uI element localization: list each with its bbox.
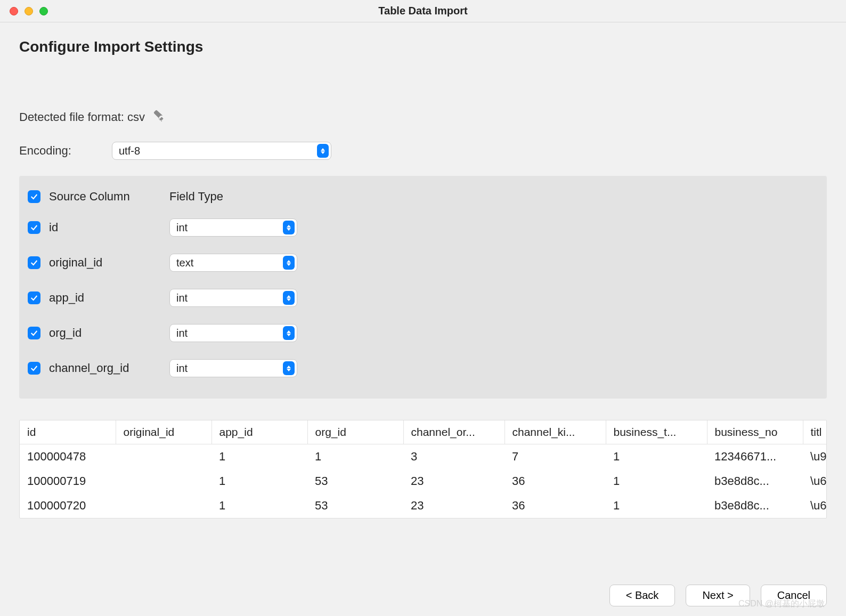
column-row: original_id text (26, 245, 820, 280)
field-type-header: Field Type (169, 190, 223, 204)
table-cell: 12346671... (707, 444, 803, 469)
encoding-row: Encoding: utf-8 (19, 142, 827, 160)
next-button[interactable]: Next > (686, 585, 750, 606)
table-cell: 53 (307, 493, 403, 518)
chevron-updown-icon (283, 291, 295, 305)
chevron-updown-icon (283, 221, 295, 234)
column-row: id int (26, 210, 820, 245)
content-area: Configure Import Settings Detected file … (0, 22, 846, 518)
column-checkbox[interactable] (28, 221, 40, 234)
column-row: org_id int (26, 315, 820, 351)
field-type-value: text (176, 257, 193, 269)
preview-column-header[interactable]: original_id (116, 420, 212, 444)
source-column-header: Source Column (49, 190, 161, 204)
titlebar: Table Data Import (0, 0, 846, 22)
source-column-name: app_id (49, 291, 161, 305)
encoding-label: Encoding: (19, 144, 83, 158)
table-cell: b3e8d8c... (707, 493, 803, 518)
preview-column-header[interactable]: channel_or... (403, 420, 505, 444)
field-type-value: int (176, 362, 188, 375)
table-row[interactable]: 10000071915323361b3e8d8c...\u6 (20, 469, 827, 493)
preview-column-header[interactable]: titl (803, 420, 827, 444)
preview-column-header[interactable]: business_no (707, 420, 803, 444)
table-row[interactable]: 1000004781137112346671...\u9 (20, 444, 827, 469)
table-cell (116, 444, 212, 469)
chevron-updown-icon (283, 256, 295, 270)
field-type-select[interactable]: int (169, 359, 297, 377)
detected-format-row: Detected file format: csv (19, 109, 827, 126)
preview-column-header[interactable]: app_id (212, 420, 307, 444)
preview-column-header[interactable]: business_t... (606, 420, 707, 444)
field-type-select[interactable]: int (169, 218, 297, 237)
columns-panel: Source Column Field Type id int original… (19, 176, 827, 399)
table-cell: 100000720 (20, 493, 116, 518)
column-checkbox[interactable] (28, 327, 40, 339)
page-title: Configure Import Settings (19, 38, 827, 55)
table-cell: 1 (212, 444, 307, 469)
wrench-icon[interactable] (152, 109, 166, 126)
source-column-name: id (49, 221, 161, 234)
table-cell: 1 (307, 444, 403, 469)
field-type-value: int (176, 292, 188, 304)
preview-column-header[interactable]: org_id (307, 420, 403, 444)
table-cell: \u6 (803, 493, 827, 518)
table-cell: 53 (307, 469, 403, 493)
field-type-value: int (176, 222, 188, 234)
table-cell: 1 (212, 469, 307, 493)
preview-column-header[interactable]: channel_ki... (505, 420, 606, 444)
table-cell: 7 (505, 444, 606, 469)
select-all-checkbox[interactable] (28, 190, 40, 203)
table-cell: 1 (606, 444, 707, 469)
preview-header-row: idoriginal_idapp_idorg_idchannel_or...ch… (20, 420, 827, 444)
column-checkbox[interactable] (28, 291, 40, 304)
detected-format-label: Detected file format: csv (19, 110, 145, 124)
encoding-select[interactable]: utf-8 (112, 142, 331, 160)
back-button[interactable]: < Back (609, 585, 676, 606)
footer-buttons: < Back Next > Cancel (609, 585, 827, 606)
field-type-select[interactable]: int (169, 324, 297, 342)
chevron-updown-icon (283, 326, 295, 340)
close-window-button[interactable] (10, 7, 18, 15)
column-row: app_id int (26, 280, 820, 315)
table-cell (116, 493, 212, 518)
table-cell: \u9 (803, 444, 827, 469)
table-cell: 36 (505, 469, 606, 493)
table-cell: 1 (606, 469, 707, 493)
source-column-name: channel_org_id (49, 361, 161, 375)
table-cell (116, 469, 212, 493)
table-cell: 100000478 (20, 444, 116, 469)
table-row[interactable]: 10000072015323361b3e8d8c...\u6 (20, 493, 827, 518)
column-checkbox[interactable] (28, 362, 40, 375)
table-cell: 1 (606, 493, 707, 518)
source-column-name: original_id (49, 256, 161, 270)
table-cell: 23 (403, 493, 505, 518)
field-type-select[interactable]: int (169, 289, 297, 307)
chevron-updown-icon (283, 361, 295, 375)
table-cell: 3 (403, 444, 505, 469)
table-cell: 23 (403, 469, 505, 493)
column-checkbox[interactable] (28, 256, 40, 269)
preview-table: idoriginal_idapp_idorg_idchannel_or...ch… (19, 420, 827, 518)
columns-header-row: Source Column Field Type (26, 183, 820, 210)
encoding-value: utf-8 (119, 145, 140, 157)
table-cell: 36 (505, 493, 606, 518)
chevron-updown-icon (317, 144, 329, 158)
preview-column-header[interactable]: id (20, 420, 116, 444)
source-column-name: org_id (49, 326, 161, 340)
maximize-window-button[interactable] (39, 7, 48, 15)
table-cell: 1 (212, 493, 307, 518)
minimize-window-button[interactable] (25, 7, 33, 15)
table-cell: 100000719 (20, 469, 116, 493)
window-title: Table Data Import (378, 5, 467, 17)
field-type-value: int (176, 327, 188, 339)
field-type-select[interactable]: text (169, 254, 297, 272)
table-cell: b3e8d8c... (707, 469, 803, 493)
column-row: channel_org_id int (26, 351, 820, 386)
cancel-button[interactable]: Cancel (761, 585, 827, 606)
table-cell: \u6 (803, 469, 827, 493)
window-controls (10, 7, 48, 15)
